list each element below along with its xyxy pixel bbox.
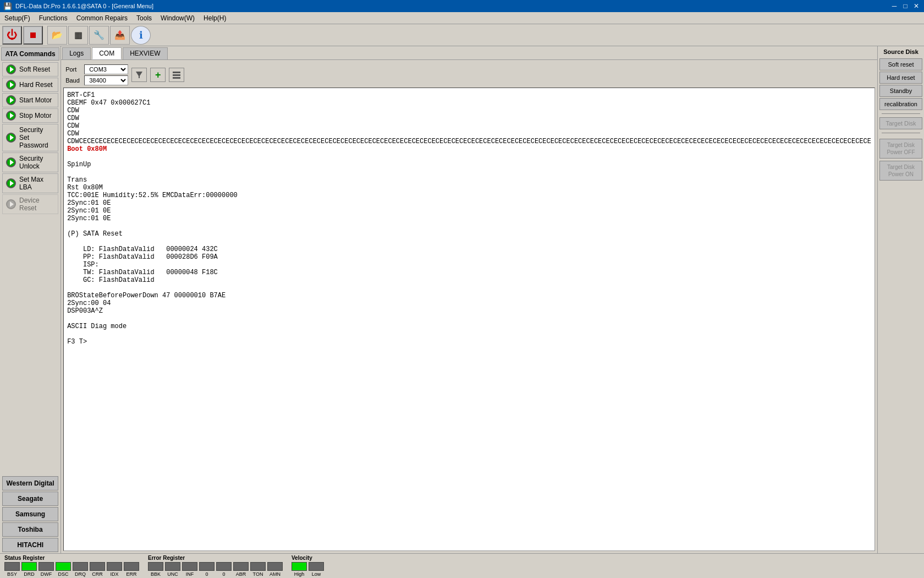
menu-common-repairs[interactable]: Common Repairs bbox=[72, 13, 132, 23]
set-max-lba-icon bbox=[6, 178, 16, 188]
add-button[interactable]: + bbox=[150, 68, 166, 82]
menu-window[interactable]: Window(W) bbox=[156, 13, 199, 23]
security-set-password-button[interactable]: Security Set Password bbox=[2, 124, 58, 151]
dsc-led-group: DSC bbox=[56, 562, 71, 577]
zero2-label: 0 bbox=[222, 571, 225, 577]
drq-led-group: DRQ bbox=[73, 562, 88, 577]
port-row: Port COM3 bbox=[65, 64, 128, 74]
crr-label: CRR bbox=[92, 571, 103, 577]
hard-reset-label: Hard Reset bbox=[19, 81, 53, 89]
baud-row: Baud 38400 bbox=[65, 75, 128, 85]
view-icon bbox=[172, 70, 181, 79]
menubar: Setup(F) Functions Common Repairs Tools … bbox=[0, 12, 924, 24]
amn-led-group: AMN bbox=[267, 562, 283, 577]
status-bar: Status Register BSY DRD DWF DSC DRQ bbox=[0, 553, 924, 578]
view-button[interactable] bbox=[169, 68, 184, 82]
drd-led bbox=[21, 562, 37, 571]
standby-source-button[interactable]: Standby bbox=[879, 85, 922, 97]
bsy-led bbox=[4, 562, 20, 571]
port-baud-group: Port COM3 Baud 38400 bbox=[65, 64, 128, 85]
open-folder-button[interactable]: 📂 bbox=[47, 26, 67, 45]
ton-label: TON bbox=[253, 571, 263, 577]
western-digital-button[interactable]: Western Digital bbox=[2, 476, 58, 490]
settings-button[interactable]: 🔧 bbox=[89, 26, 109, 45]
maximize-button[interactable]: □ bbox=[901, 2, 910, 10]
low-led bbox=[309, 562, 324, 571]
start-motor-icon bbox=[6, 95, 16, 105]
hitachi-button[interactable]: HITACHI bbox=[2, 538, 58, 552]
source-divider bbox=[882, 113, 920, 114]
ton-led bbox=[250, 562, 266, 571]
error-register-label: Error Register bbox=[148, 555, 185, 561]
export-button[interactable]: 📤 bbox=[110, 26, 130, 45]
hard-reset-source-button[interactable]: Hard reset bbox=[879, 72, 922, 84]
velocity-group: Velocity High Low bbox=[292, 555, 324, 577]
idx-label: IDX bbox=[110, 571, 118, 577]
power-button[interactable]: ⏻ bbox=[2, 26, 22, 45]
set-max-lba-button[interactable]: Set Max LBA bbox=[2, 173, 58, 193]
recalibration-source-button[interactable]: recalibration bbox=[879, 98, 922, 110]
status-register-leds: BSY DRD DWF DSC DRQ CRR bbox=[4, 562, 139, 577]
svg-rect-3 bbox=[173, 77, 180, 79]
stop-button[interactable]: ⏹ bbox=[23, 26, 43, 45]
port-select[interactable]: COM3 bbox=[84, 64, 128, 74]
samsung-button[interactable]: Samsung bbox=[2, 507, 58, 521]
status-register-label: Status Register bbox=[4, 555, 45, 561]
titlebar: 💾 DFL-Data Dr.Pro 1.6.6.1@SATA 0 - [Gene… bbox=[0, 0, 924, 12]
err-led-group: ERR bbox=[124, 562, 139, 577]
svg-rect-1 bbox=[173, 72, 180, 73]
filter-button[interactable] bbox=[131, 68, 147, 82]
hard-reset-button[interactable]: Hard Reset bbox=[2, 78, 58, 92]
brand-section: Western Digital Seagate Samsung Toshiba … bbox=[0, 475, 61, 553]
start-motor-button[interactable]: Start Motor bbox=[2, 93, 58, 107]
stop-motor-button[interactable]: Stop Motor bbox=[2, 108, 58, 123]
com-toolbar: Port COM3 Baud 38400 + bbox=[63, 62, 875, 88]
device-reset-button[interactable]: Device Reset bbox=[2, 194, 58, 214]
tab-com[interactable]: COM bbox=[92, 47, 122, 59]
seagate-button[interactable]: Seagate bbox=[2, 492, 58, 506]
security-unlock-button[interactable]: Security Unlock bbox=[2, 152, 58, 172]
svg-marker-0 bbox=[136, 72, 142, 78]
dwf-label: DWF bbox=[41, 571, 52, 577]
tab-logs[interactable]: Logs bbox=[62, 47, 91, 59]
soft-reset-source-button[interactable]: Soft reset bbox=[879, 58, 922, 70]
target-disk-button: Target Disk bbox=[879, 117, 922, 129]
baud-label: Baud bbox=[65, 77, 82, 84]
status-register-group: Status Register BSY DRD DWF DSC DRQ bbox=[4, 555, 139, 577]
amn-label: AMN bbox=[270, 571, 280, 577]
drd-led-group: DRD bbox=[21, 562, 37, 577]
security-unlock-icon bbox=[6, 157, 16, 167]
inf-label: INF bbox=[186, 571, 194, 577]
set-max-lba-label: Set Max LBA bbox=[19, 176, 54, 191]
port-label: Port bbox=[65, 66, 82, 73]
minimize-button[interactable]: ─ bbox=[890, 2, 899, 10]
left-panel: ATA Commands Soft Reset Hard Reset Start… bbox=[0, 46, 61, 553]
soft-reset-button[interactable]: Soft Reset bbox=[2, 62, 58, 77]
info-button[interactable]: ℹ bbox=[131, 26, 151, 45]
baud-select[interactable]: 38400 bbox=[84, 75, 128, 85]
grid-view-button[interactable]: ▦ bbox=[68, 26, 88, 45]
tab-hexview[interactable]: HEXVIEW bbox=[123, 47, 167, 59]
high-led bbox=[292, 562, 307, 571]
crr-led-group: CRR bbox=[90, 562, 105, 577]
titlebar-controls: ─ □ ✕ bbox=[890, 2, 921, 10]
menu-setup[interactable]: Setup(F) bbox=[0, 13, 35, 23]
velocity-leds: High Low bbox=[292, 562, 324, 577]
toshiba-button[interactable]: Toshiba bbox=[2, 522, 58, 537]
menu-functions[interactable]: Functions bbox=[35, 13, 72, 23]
menu-help[interactable]: Help(H) bbox=[199, 13, 230, 23]
idx-led bbox=[107, 562, 122, 571]
terminal-output[interactable]: BRT-CF1 CBEMF 0x47 0x000627C1 CDW CDW CD… bbox=[63, 88, 875, 551]
low-label: Low bbox=[312, 571, 321, 577]
security-unlock-label: Security Unlock bbox=[19, 155, 54, 170]
menu-tools[interactable]: Tools bbox=[132, 13, 156, 23]
close-button[interactable]: ✕ bbox=[912, 2, 921, 10]
stop-motor-icon bbox=[6, 111, 16, 121]
hard-reset-icon bbox=[6, 80, 16, 90]
svg-rect-2 bbox=[173, 74, 180, 76]
zero1-label: 0 bbox=[205, 571, 208, 577]
abr-led bbox=[233, 562, 249, 571]
titlebar-title: DFL-Data Dr.Pro 1.6.6.1@SATA 0 - [Genera… bbox=[15, 3, 153, 9]
abr-label: ABR bbox=[236, 571, 246, 577]
source-disk-header: Source Disk bbox=[883, 48, 919, 55]
